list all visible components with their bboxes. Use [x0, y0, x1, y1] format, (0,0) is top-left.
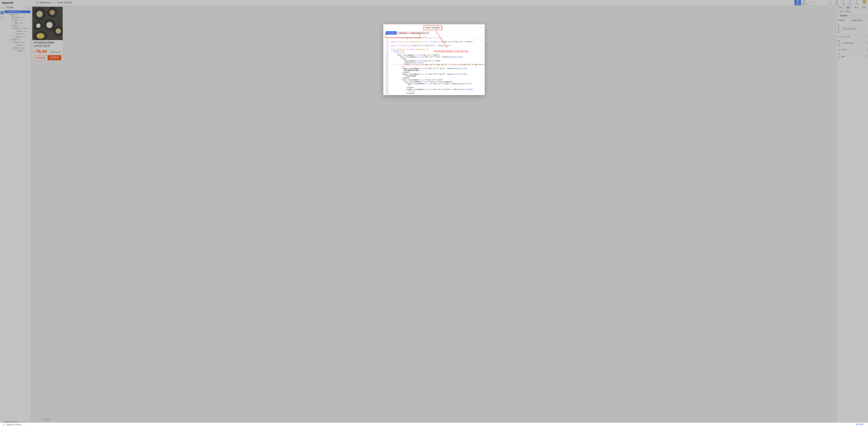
callout-text: 支持变更其他框架 生成对应代码	[434, 50, 468, 53]
download-filename: Sketch 55.2.dmg	[6, 423, 21, 425]
close-icon[interactable]: ×	[481, 26, 482, 29]
download-item[interactable]: Sketch 55.2.dmg ˄	[1, 423, 25, 426]
code-editor[interactable]: 1234567891011121314151617181920212223242…	[383, 36, 485, 95]
file-tabs: index.jsxstyle.cssstyle.responsive.css	[383, 31, 485, 36]
modal-mask[interactable]: × React 开发规范 index.jsxstyle.cssstyle.res…	[0, 0, 868, 426]
file-tab[interactable]: style.responsive.css	[409, 31, 430, 35]
svg-rect-20	[3, 424, 5, 425]
expand-icon[interactable]	[479, 39, 482, 41]
close-bar-icon[interactable]: ×	[866, 423, 867, 425]
minimap[interactable]	[474, 37, 484, 48]
file-icon	[3, 423, 5, 425]
download-bar: Sketch 55.2.dmg ˄ 显示全部 ×	[0, 423, 868, 426]
code-modal: × React 开发规范 index.jsxstyle.cssstyle.res…	[383, 24, 485, 95]
chevron-down-icon	[441, 27, 443, 29]
file-tab[interactable]: index.jsx	[386, 31, 397, 35]
line-gutter: 1234567891011121314151617181920212223242…	[383, 36, 389, 95]
show-all-link[interactable]: 显示全部	[856, 423, 864, 426]
spec-dropdown-label: React 开发规范	[425, 26, 440, 29]
file-tab[interactable]: style.css	[398, 31, 408, 35]
spec-dropdown[interactable]: React 开发规范	[424, 26, 445, 30]
chevron-up-icon[interactable]: ˄	[22, 423, 23, 425]
code-content: class=class="tok-str">"tok-str">'use str…	[389, 36, 485, 95]
